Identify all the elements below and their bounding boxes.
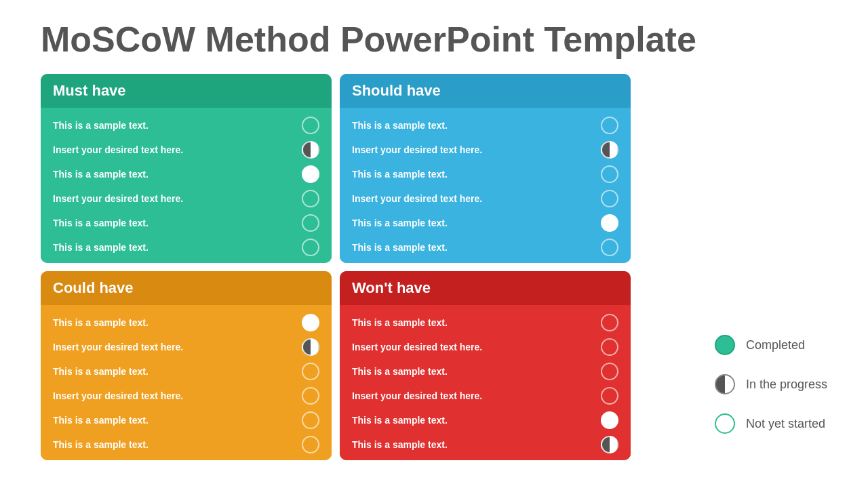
toggle-icon	[302, 214, 319, 232]
toggle-icon	[302, 239, 319, 256]
toggle-icon	[601, 338, 618, 356]
row-text: This is a sample text.	[352, 169, 448, 180]
card-header-must-have: Must have	[41, 74, 332, 108]
toggle-icon	[601, 190, 618, 207]
toggle-icon	[302, 338, 319, 356]
toggle-icon	[601, 411, 618, 429]
legend-label: Not yet started	[746, 417, 825, 431]
legend-item-completed: Completed	[715, 335, 827, 355]
row-text: This is a sample text.	[352, 415, 448, 426]
row-text: This is a sample text.	[53, 120, 149, 131]
list-item: This is a sample text.	[41, 359, 332, 384]
legend-icon-in-progress	[715, 374, 735, 394]
list-item: This is a sample text.	[41, 408, 332, 432]
toggle-icon	[302, 141, 319, 159]
legend-item-not-started: Not yet started	[715, 413, 827, 434]
row-text: Insert your desired text here.	[53, 193, 183, 204]
moscow-grid: Must haveThis is a sample text.Insert yo…	[41, 74, 631, 460]
card-body-wont-have: This is a sample text.Insert your desire…	[340, 305, 631, 460]
toggle-icon	[601, 165, 618, 183]
list-item: This is a sample text.	[340, 211, 631, 235]
toggle-icon	[302, 190, 319, 207]
row-text: This is a sample text.	[53, 169, 149, 180]
toggle-icon	[302, 314, 319, 331]
list-item: Insert your desired text here.	[41, 384, 332, 408]
legend-icon-completed	[715, 335, 735, 355]
row-text: Insert your desired text here.	[352, 193, 482, 204]
row-text: Insert your desired text here.	[352, 390, 482, 401]
toggle-icon	[302, 117, 319, 134]
list-item: This is a sample text.	[340, 310, 631, 335]
list-item: This is a sample text.	[41, 211, 332, 235]
row-text: Insert your desired text here.	[352, 342, 482, 352]
legend-label: Completed	[746, 338, 805, 352]
list-item: This is a sample text.	[340, 113, 631, 138]
legend-label: In the progress	[746, 378, 827, 392]
row-text: This is a sample text.	[352, 218, 448, 228]
list-item: This is a sample text.	[340, 432, 631, 457]
row-text: This is a sample text.	[53, 317, 149, 328]
card-body-should-have: This is a sample text.Insert your desire…	[340, 108, 631, 263]
card-header-could-have: Could have	[41, 271, 332, 305]
toggle-icon	[601, 436, 618, 453]
toggle-icon	[601, 387, 618, 405]
row-text: This is a sample text.	[352, 120, 448, 131]
toggle-icon	[302, 411, 319, 429]
list-item: This is a sample text.	[340, 408, 631, 432]
list-item: This is a sample text.	[340, 359, 631, 384]
row-text: This is a sample text.	[53, 242, 149, 253]
row-text: Insert your desired text here.	[352, 144, 482, 155]
toggle-icon	[601, 117, 618, 134]
list-item: Insert your desired text here.	[41, 335, 332, 359]
toggle-icon	[601, 239, 618, 256]
list-item: Insert your desired text here.	[340, 186, 631, 211]
row-text: This is a sample text.	[352, 439, 448, 450]
card-wont-have: Won't haveThis is a sample text.Insert y…	[340, 271, 631, 460]
card-body-must-have: This is a sample text.Insert your desire…	[41, 108, 332, 263]
list-item: This is a sample text.	[41, 310, 332, 335]
list-item: Insert your desired text here.	[340, 384, 631, 408]
row-text: This is a sample text.	[53, 415, 149, 426]
card-should-have: Should haveThis is a sample text.Insert …	[340, 74, 631, 263]
card-could-have: Could haveThis is a sample text.Insert y…	[41, 271, 332, 460]
row-text: This is a sample text.	[53, 439, 149, 450]
row-text: This is a sample text.	[352, 366, 448, 377]
row-text: Insert your desired text here.	[53, 390, 183, 401]
toggle-icon	[601, 141, 618, 159]
row-text: This is a sample text.	[53, 366, 149, 377]
toggle-icon	[302, 363, 319, 380]
list-item: Insert your desired text here.	[41, 186, 332, 211]
legend-icon-not-started	[715, 413, 735, 434]
list-item: Insert your desired text here.	[340, 138, 631, 162]
list-item: This is a sample text.	[340, 235, 631, 260]
row-text: This is a sample text.	[352, 317, 448, 328]
list-item: This is a sample text.	[41, 113, 332, 138]
toggle-icon	[302, 436, 319, 453]
list-item: This is a sample text.	[41, 235, 332, 260]
toggle-icon	[302, 387, 319, 405]
row-text: Insert your desired text here.	[53, 342, 183, 352]
row-text: This is a sample text.	[352, 242, 448, 253]
page: MoSCoW Method PowerPoint Template Must h…	[0, 0, 868, 488]
legend-item-in-progress: In the progress	[715, 374, 827, 394]
list-item: This is a sample text.	[340, 162, 631, 186]
row-text: Insert your desired text here.	[53, 144, 183, 155]
list-item: Insert your desired text here.	[41, 138, 332, 162]
card-must-have: Must haveThis is a sample text.Insert yo…	[41, 74, 332, 263]
list-item: Insert your desired text here.	[340, 335, 631, 359]
list-item: This is a sample text.	[41, 432, 332, 457]
toggle-icon	[601, 314, 618, 331]
card-header-wont-have: Won't have	[340, 271, 631, 305]
row-text: This is a sample text.	[53, 218, 149, 228]
toggle-icon	[601, 214, 618, 232]
page-title: MoSCoW Method PowerPoint Template	[41, 20, 841, 59]
card-header-should-have: Should have	[340, 74, 631, 108]
list-item: This is a sample text.	[41, 162, 332, 186]
toggle-icon	[601, 363, 618, 380]
toggle-icon	[302, 165, 319, 183]
legend: CompletedIn the progressNot yet started	[715, 335, 827, 434]
card-body-could-have: This is a sample text.Insert your desire…	[41, 305, 332, 460]
